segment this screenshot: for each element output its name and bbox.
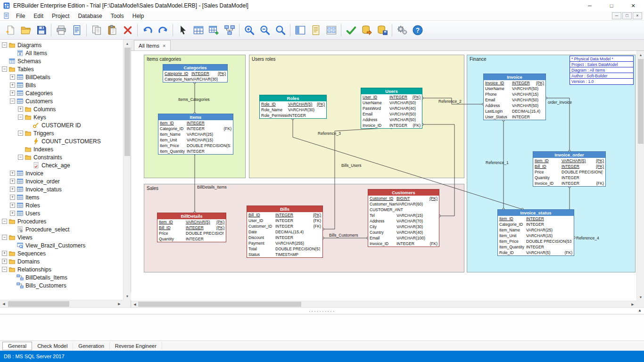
collapse-panel-icon[interactable]: ▲ bbox=[638, 308, 642, 313]
delete-button[interactable] bbox=[120, 22, 135, 38]
collapse-toggle[interactable]: − bbox=[18, 155, 23, 160]
save-database-button[interactable] bbox=[374, 22, 390, 38]
tree-item-indexes[interactable]: Indexes bbox=[0, 145, 123, 153]
pointer-button[interactable] bbox=[175, 22, 190, 38]
expand-toggle[interactable]: + bbox=[18, 107, 23, 112]
mdi-restore-button[interactable]: □ bbox=[622, 12, 632, 19]
bottom-tab-general[interactable]: General bbox=[2, 342, 32, 350]
table-categories[interactable]: Categories Categorie_IDINTEGER(PK) Categ… bbox=[163, 64, 228, 82]
tree-item-bills-customers[interactable]: Bills_Customers bbox=[0, 281, 123, 289]
diagram-canvas[interactable]: Items categories Users roles Finance Sal… bbox=[131, 51, 636, 301]
scroll-right-icon[interactable]: ▶ bbox=[629, 301, 636, 307]
close-button[interactable]: ✕ bbox=[622, 0, 644, 11]
new-button[interactable] bbox=[2, 22, 18, 38]
settings-button[interactable] bbox=[394, 22, 410, 38]
tree-item-columns[interactable]: +Columns bbox=[0, 105, 123, 113]
canvas-vertical-scrollbar[interactable]: ▲ ▼ bbox=[636, 51, 644, 301]
collapse-toggle[interactable]: − bbox=[18, 131, 23, 136]
model-views-button[interactable] bbox=[292, 22, 308, 38]
collapse-toggle[interactable]: − bbox=[10, 99, 15, 104]
table-invoice[interactable]: Invoice Invoice_IDINTEGER(PK) UserNameVA… bbox=[483, 74, 546, 120]
expand-toggle[interactable]: + bbox=[10, 203, 15, 208]
tree-vscroll-thumb[interactable] bbox=[124, 48, 130, 156]
canvas-hscroll-thumb[interactable] bbox=[138, 302, 301, 307]
expand-toggle[interactable]: + bbox=[10, 171, 15, 176]
tree-item-domains[interactable]: +Domains bbox=[0, 257, 123, 265]
table-customers[interactable]: Customers Customer_IDBIGINT(PK) Customer… bbox=[368, 189, 439, 247]
menu-database[interactable]: Database bbox=[74, 11, 106, 21]
generate-database-button[interactable] bbox=[359, 22, 374, 38]
canvas-vscroll-thumb[interactable] bbox=[638, 59, 644, 144]
table-invoice-order[interactable]: Invoice_order Item_IDVARCHAR(5)(PK) Bill… bbox=[533, 151, 606, 187]
grid-view-button[interactable] bbox=[323, 22, 339, 38]
paste-button[interactable] bbox=[104, 22, 120, 38]
scroll-up-icon[interactable]: ▲ bbox=[124, 40, 131, 47]
bottom-tab-generation[interactable]: Generation bbox=[73, 342, 109, 350]
tree-item-diagrams[interactable]: −Diagrams bbox=[0, 41, 123, 49]
note-box[interactable]: * Physical Data Model *Project : Sales D… bbox=[570, 56, 634, 85]
collapse-toggle[interactable]: − bbox=[2, 267, 7, 272]
tree-item-check-age[interactable]: Check_age bbox=[0, 161, 123, 169]
table-add-button[interactable] bbox=[206, 22, 222, 38]
tree-item-items[interactable]: +Items bbox=[0, 193, 123, 201]
copy-button[interactable] bbox=[89, 22, 104, 38]
menu-edit[interactable]: Edit bbox=[29, 11, 48, 21]
splitter-handle[interactable]: ·········· ▲ bbox=[0, 307, 644, 314]
tree-item-procedure-select[interactable]: Procedure_select bbox=[0, 225, 123, 233]
diagram-objects-button[interactable] bbox=[222, 22, 237, 38]
expand-toggle[interactable]: + bbox=[10, 74, 15, 80]
tree-item-relationships[interactable]: −Relationships bbox=[0, 265, 123, 273]
expand-toggle[interactable]: + bbox=[2, 259, 7, 264]
report-button[interactable] bbox=[308, 22, 323, 38]
collapse-toggle[interactable]: − bbox=[2, 219, 7, 224]
tree-horizontal-scrollbar[interactable]: ◀ ▶ bbox=[0, 300, 123, 307]
mdi-close-button[interactable]: × bbox=[633, 12, 642, 19]
tree-item-all-items[interactable]: All Items bbox=[0, 49, 123, 57]
expand-toggle[interactable]: + bbox=[10, 82, 15, 88]
table-bills[interactable]: Bills Bill_IDINTEGER(PK) User_IDINTEGER(… bbox=[247, 206, 323, 258]
menu-project[interactable]: Project bbox=[48, 11, 74, 21]
scroll-down-icon[interactable]: ▼ bbox=[637, 293, 644, 301]
collapse-toggle[interactable]: − bbox=[2, 42, 7, 48]
redo-button[interactable] bbox=[155, 22, 171, 38]
bottom-tab-reverse-engineer[interactable]: Reverse Engineer bbox=[110, 342, 162, 350]
table-items[interactable]: Items Item_IDINTEGER Categorie_IDINTEGER… bbox=[158, 114, 233, 155]
tree-item-bills[interactable]: +Bills bbox=[0, 81, 123, 89]
tree-hscroll-thumb[interactable] bbox=[8, 301, 69, 307]
tree-item-count-customers[interactable]: COUNT_CUSTOMERS bbox=[0, 137, 123, 145]
tree-item-billdetails-items[interactable]: BillDetails_Items bbox=[0, 273, 123, 281]
table-users[interactable]: Users User_IDINTEGER(PK) UserNameVARCHAR… bbox=[361, 88, 422, 129]
menu-tools[interactable]: Tools bbox=[107, 11, 128, 21]
zoom-button[interactable] bbox=[272, 22, 288, 38]
expand-toggle[interactable]: + bbox=[10, 179, 15, 184]
expand-toggle[interactable]: + bbox=[10, 211, 15, 216]
tree-item-invoice[interactable]: +Invoice bbox=[0, 169, 123, 177]
expand-toggle[interactable]: + bbox=[10, 187, 15, 192]
tree-item-invoice-order[interactable]: +Invoice_order bbox=[0, 177, 123, 185]
expand-toggle[interactable]: + bbox=[10, 195, 15, 200]
save-button[interactable] bbox=[33, 22, 49, 38]
undo-button[interactable] bbox=[140, 22, 155, 38]
expand-toggle[interactable]: + bbox=[10, 90, 15, 96]
tree-item-constraints[interactable]: −Constraints bbox=[0, 153, 123, 161]
tree-item-customer-id[interactable]: CUSTOMER ID bbox=[0, 121, 123, 129]
table-billdetails[interactable]: BillDetails Item_IDVARCHAR(5)(PK) Bill_I… bbox=[157, 213, 226, 242]
tree-item-keys[interactable]: −Keys bbox=[0, 113, 123, 121]
scroll-left-icon[interactable]: ◀ bbox=[0, 300, 8, 308]
tree-vertical-scrollbar[interactable]: ▲ ▼ bbox=[123, 40, 131, 300]
tree-item-triggers[interactable]: −Triggers bbox=[0, 129, 123, 137]
zoom-out-button[interactable] bbox=[257, 22, 272, 38]
tree-item-procedures[interactable]: −Procedures bbox=[0, 217, 123, 225]
tree-item-users[interactable]: +Users bbox=[0, 209, 123, 217]
collapse-toggle[interactable]: − bbox=[2, 66, 7, 72]
tree-item-billdetails[interactable]: +BillDetails bbox=[0, 73, 123, 81]
check-model-button[interactable] bbox=[343, 22, 359, 38]
scroll-left-icon[interactable]: ◀ bbox=[131, 301, 139, 307]
tree-item-roles[interactable]: +Roles bbox=[0, 201, 123, 209]
collapse-toggle[interactable]: − bbox=[2, 235, 7, 240]
minimize-button[interactable]: ─ bbox=[579, 0, 601, 11]
table-invoice-status[interactable]: Invoice_status Item_IDINTEGER Categorie_… bbox=[497, 209, 574, 256]
scroll-down-icon[interactable]: ▼ bbox=[124, 292, 131, 300]
open-button[interactable] bbox=[18, 22, 33, 38]
maximize-button[interactable]: □ bbox=[601, 0, 622, 11]
